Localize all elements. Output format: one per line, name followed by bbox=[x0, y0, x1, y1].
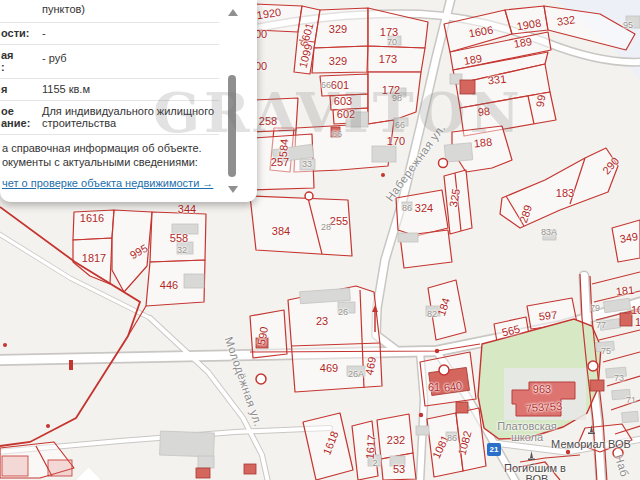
popup-scrollbar[interactable] bbox=[226, 5, 238, 197]
scroll-down-arrow-icon[interactable] bbox=[228, 186, 238, 193]
cadastral-map-screen: 1920329173660110993291730000258601603602… bbox=[0, 0, 640, 480]
report-link[interactable]: чет о проверке объекта недвижимости → bbox=[2, 177, 213, 189]
field-label-cost: ости: bbox=[1, 27, 42, 40]
note-line-2: окументы с актуальными сведениями: bbox=[2, 156, 198, 168]
popup-content: пунктов) ости: - ая : - руб я 1155 кв.м … bbox=[0, 0, 219, 202]
field-value-area: 1155 кв.м bbox=[42, 83, 219, 96]
popup-note: а справочная информация об объекте. окум… bbox=[0, 135, 219, 170]
scroll-up-arrow-icon[interactable] bbox=[228, 9, 238, 16]
field-label-usage: ое ание: bbox=[1, 105, 42, 130]
road-sign-21: 21 bbox=[487, 443, 501, 456]
field-label-price: ая : bbox=[1, 49, 42, 74]
field-value-usage: Для индивидуального жилищного строительс… bbox=[42, 105, 219, 130]
field-value-overflow: пунктов) bbox=[42, 3, 219, 16]
field-value-cost: - bbox=[42, 27, 219, 40]
info-popup: пунктов) ости: - ая : - руб я 1155 кв.м … bbox=[0, 0, 257, 202]
note-line-1: а справочная информация об объекте. bbox=[2, 142, 202, 154]
field-value-price: - руб bbox=[42, 49, 219, 65]
field-label-area: я bbox=[1, 83, 42, 96]
scrollbar-thumb[interactable] bbox=[228, 75, 236, 177]
